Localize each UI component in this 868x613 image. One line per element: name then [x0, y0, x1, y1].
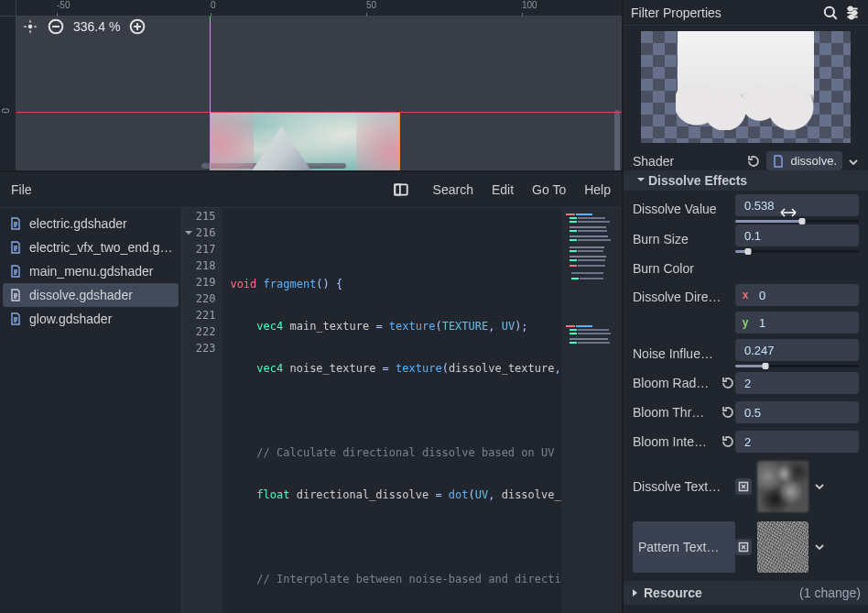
- viewport-scrollbar-vertical[interactable]: [614, 110, 620, 170]
- search-icon[interactable]: [822, 5, 839, 21]
- file-item-electric[interactable]: electric.gdshader: [0, 212, 181, 235]
- shader-file-icon: [9, 289, 22, 301]
- resource-changes-count: (1 change): [799, 586, 861, 600]
- menu-goto[interactable]: Go To: [532, 182, 566, 197]
- file-item-label: glow.gdshader: [29, 312, 112, 326]
- viewport-2d[interactable]: -50 0 50 100 0 50 336.4 %: [0, 0, 622, 170]
- zoom-in-button[interactable]: [129, 18, 146, 35]
- dissolve-direction-y-input[interactable]: y 1: [735, 312, 859, 334]
- line-number: 218: [182, 257, 215, 274]
- inspector-panel: Filter Properties Shader dissolve.: [622, 0, 868, 613]
- svg-point-13: [852, 10, 856, 14]
- filter-settings-icon[interactable]: [844, 5, 861, 21]
- reset-icon[interactable]: [721, 376, 735, 390]
- shader-file-icon: [9, 265, 22, 278]
- section-label: Dissolve Effects: [648, 173, 747, 188]
- shader-resource-picker[interactable]: dissolve.: [766, 151, 842, 170]
- code-content[interactable]: void fragment() { vec4 main_texture = te…: [222, 208, 560, 613]
- shader-property-row: Shader dissolve.: [633, 151, 859, 170]
- prop-label: Burn Color: [633, 256, 735, 281]
- prop-label: Bloom Inte…: [633, 434, 717, 449]
- menu-search[interactable]: Search: [433, 182, 473, 197]
- line-number: 223: [182, 340, 215, 356]
- line-number: 222: [182, 323, 215, 340]
- burn-size-slider[interactable]: [735, 250, 859, 253]
- texture-clear-button[interactable]: [735, 539, 752, 555]
- ruler-h-tick: 50: [366, 0, 376, 16]
- dissolve-value-slider[interactable]: [735, 220, 859, 223]
- burn-size-input[interactable]: 0.1: [735, 224, 859, 246]
- sprite-selection-rect[interactable]: [210, 112, 400, 170]
- file-item-dissolve[interactable]: dissolve.gdshader: [3, 283, 179, 307]
- ruler-h-tick: -50: [57, 0, 70, 16]
- svg-line-9: [833, 15, 837, 18]
- bloom-threshold-input[interactable]: 0.5: [735, 401, 859, 423]
- shader-property-label: Shader: [633, 154, 674, 169]
- bloom-radius-input[interactable]: 2: [735, 372, 859, 394]
- axis-y-label: y: [739, 314, 752, 331]
- line-number: 220: [182, 290, 215, 307]
- zoom-out-button[interactable]: [48, 18, 64, 35]
- dissolve-texture-preview[interactable]: [757, 461, 808, 512]
- prop-label: Dissolve Dire…: [633, 284, 735, 310]
- section-resource[interactable]: Resource (1 change): [624, 581, 868, 605]
- number-value: 2: [744, 435, 751, 449]
- dissolve-value-input[interactable]: 0.538: [735, 194, 859, 216]
- guide-vertical[interactable]: [210, 16, 211, 170]
- bloom-intensity-input[interactable]: 2: [735, 431, 859, 453]
- number-value: 1: [759, 316, 765, 330]
- pattern-texture-preview[interactable]: [757, 521, 808, 573]
- prop-pattern-texture: Pattern Text…: [633, 517, 859, 577]
- canvas-viewport[interactable]: [16, 16, 622, 170]
- dissolve-direction-x-input[interactable]: x 0: [735, 284, 859, 306]
- zoom-percent-display[interactable]: 336.4 %: [73, 19, 120, 34]
- prop-label: Burn Size: [633, 226, 735, 252]
- ruler-h-tick: 100: [522, 0, 537, 16]
- inspector-body: Shader dissolve. Dissolve Effects Dissol…: [624, 26, 868, 613]
- prop-label: Bloom Thr…: [633, 405, 717, 420]
- ruler-corner: [0, 0, 16, 16]
- line-number: 217: [182, 241, 215, 257]
- number-value: 0.5: [744, 406, 761, 420]
- number-value: 0: [759, 289, 765, 302]
- chevron-down-icon[interactable]: [814, 481, 825, 492]
- texture-clear-button[interactable]: [735, 478, 752, 495]
- svg-point-15: [850, 15, 853, 18]
- prop-bloom-radius: Bloom Rad… 2: [633, 368, 859, 398]
- center-view-icon[interactable]: [22, 18, 38, 35]
- reset-icon[interactable]: [746, 154, 761, 169]
- ruler-horizontal: -50 0 50 100: [16, 0, 622, 16]
- axis-x-label: x: [739, 287, 752, 303]
- ruler-vertical: 0 50: [0, 16, 16, 170]
- section-label: Resource: [644, 586, 702, 600]
- shader-preview[interactable]: [641, 31, 851, 143]
- panel-layout-icon[interactable]: [393, 181, 409, 198]
- prop-label: Bloom Rad…: [633, 376, 717, 390]
- file-item-glow[interactable]: glow.gdshader: [0, 307, 181, 331]
- editor-body: electric.gdshader electric_vfx_two_end.g…: [0, 208, 622, 613]
- code-editor[interactable]: 215 216 217 218 219 220 221 222 223 void…: [182, 208, 622, 613]
- file-item-electric-vfx[interactable]: electric_vfx_two_end.g…: [0, 235, 181, 259]
- zoom-controls: 336.4 %: [22, 18, 146, 35]
- menu-edit[interactable]: Edit: [492, 182, 514, 197]
- section-dissolve-effects[interactable]: Dissolve Effects: [624, 170, 868, 191]
- noise-influence-slider[interactable]: [735, 365, 859, 367]
- svg-point-0: [28, 25, 33, 29]
- minimap[interactable]: [561, 208, 622, 613]
- menu-help[interactable]: Help: [584, 182, 611, 197]
- guide-horizontal[interactable]: [16, 112, 622, 113]
- reset-icon[interactable]: [721, 434, 735, 449]
- menu-file[interactable]: File: [11, 182, 32, 197]
- file-item-main-menu[interactable]: main_menu.gdshader: [0, 259, 181, 283]
- noise-influence-input[interactable]: 0.247: [735, 339, 859, 361]
- ruler-h-tick: 0: [211, 0, 216, 16]
- number-value: 0.1: [744, 229, 761, 243]
- chevron-down-icon[interactable]: [814, 542, 825, 553]
- shader-file-icon: [9, 241, 22, 254]
- line-number: 221: [182, 307, 215, 323]
- number-value: 2: [744, 377, 751, 390]
- file-item-label: dissolve.gdshader: [29, 288, 133, 302]
- chevron-down-icon[interactable]: [848, 156, 859, 167]
- main-left-panel: -50 0 50 100 0 50 336.4 %: [0, 0, 622, 613]
- reset-icon[interactable]: [721, 405, 735, 420]
